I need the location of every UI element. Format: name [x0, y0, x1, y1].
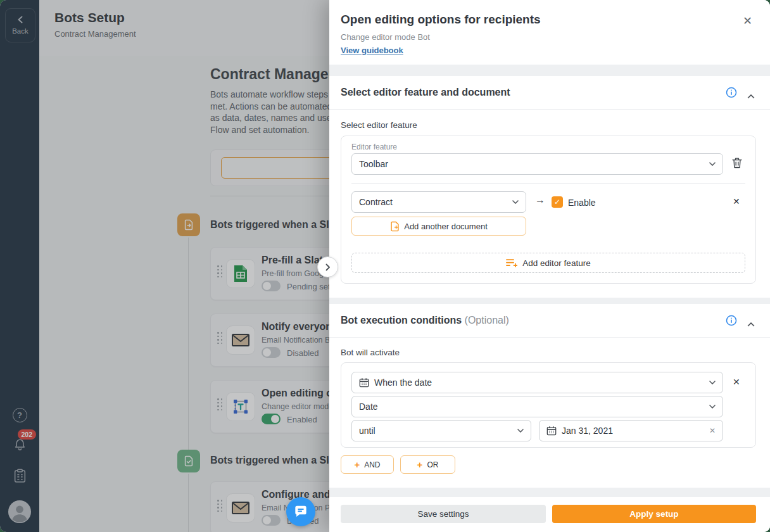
apply-setup-button[interactable]: Apply setup [552, 505, 756, 523]
trash-icon[interactable] [732, 157, 742, 172]
modal-overlay [0, 0, 329, 532]
drawer-collapse-button[interactable] [317, 256, 338, 277]
chat-bubble-icon [293, 504, 309, 520]
section-header[interactable]: Bot execution conditions (Optional) [329, 304, 770, 338]
add-editor-feature-button[interactable]: Add editor feature [351, 253, 745, 273]
plus-icon: + [354, 459, 360, 470]
chevron-up-icon[interactable] [747, 318, 755, 329]
condition-type-select[interactable]: When the date [351, 372, 723, 393]
calendar-icon [359, 377, 369, 388]
chevron-down-icon [517, 429, 524, 433]
section-conditions: Bot execution conditions (Optional) Bot … [329, 304, 770, 488]
drawer-subtitle: Change editor mode Bot [341, 32, 430, 42]
close-icon[interactable]: ✕ [743, 14, 752, 28]
section-editor-feature: Select editor feature and document Selec… [329, 76, 770, 298]
clear-date-icon[interactable]: ✕ [709, 426, 716, 435]
chevron-down-icon [709, 162, 716, 166]
chevron-down-icon [512, 200, 519, 204]
divider [351, 183, 745, 184]
document-plus-icon [390, 221, 400, 232]
chevron-up-icon[interactable] [747, 90, 755, 101]
add-and-condition-button[interactable]: + AND [341, 455, 394, 474]
remove-row-icon[interactable]: ✕ [733, 196, 740, 206]
activate-label: Bot will activate [341, 348, 400, 357]
add-another-document-button[interactable]: Add another document [351, 217, 526, 236]
info-icon[interactable] [726, 87, 737, 101]
editor-feature-label: Editor feature [351, 142, 397, 151]
field-group-label: Select editor feature [341, 120, 417, 130]
chat-widget-button[interactable] [286, 497, 315, 526]
plus-icon: + [417, 459, 423, 470]
arrow-right-icon: → [535, 194, 545, 206]
condition-card: When the date ✕ Date until Jan 31, 2 [341, 362, 756, 448]
condition-operator-select[interactable]: until [351, 420, 531, 441]
condition-field-select[interactable]: Date [351, 396, 723, 417]
list-plus-icon [506, 258, 517, 267]
optional-label: (Optional) [465, 315, 509, 326]
chevron-right-icon [325, 263, 331, 271]
view-guidebook-link[interactable]: View guidebook [341, 46, 403, 55]
calendar-icon [546, 426, 557, 436]
condition-date-input[interactable]: Jan 31, 2021 ✕ [539, 420, 723, 441]
add-or-condition-button[interactable]: + OR [400, 455, 455, 474]
enable-label: Enable [568, 198, 596, 208]
editor-feature-card: Editor feature Toolbar Contract → ✓ Enab… [341, 136, 756, 284]
drawer-footer: Save settings Apply setup [329, 497, 770, 532]
save-settings-button[interactable]: Save settings [341, 505, 546, 523]
section-title: Select editor feature and document [341, 87, 510, 98]
enable-checkbox[interactable]: ✓ [552, 196, 563, 208]
app-window: Back ? 202 Bots Setup Contract Managemen… [0, 0, 770, 532]
chevron-down-icon [709, 405, 716, 408]
drawer-header: Open editing options for recipients Chan… [329, 0, 770, 65]
chevron-down-icon [709, 381, 716, 384]
drawer-title: Open editing options for recipients [341, 13, 541, 27]
info-icon[interactable] [726, 315, 737, 329]
remove-condition-icon[interactable]: ✕ [733, 377, 740, 387]
section-header[interactable]: Select editor feature and document [329, 76, 770, 110]
editor-feature-select[interactable]: Toolbar [351, 153, 723, 175]
section-title: Bot execution conditions (Optional) [341, 315, 509, 326]
bot-settings-drawer: Open editing options for recipients Chan… [329, 0, 770, 532]
document-select[interactable]: Contract [351, 191, 526, 213]
